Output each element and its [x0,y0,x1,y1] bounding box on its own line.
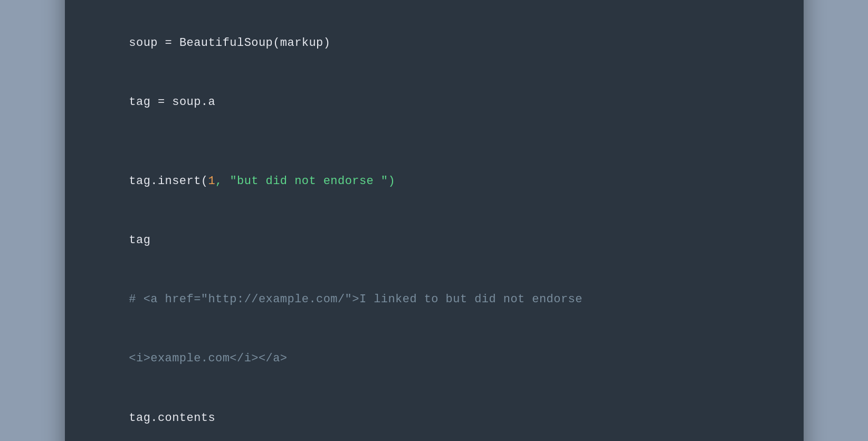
insert-str: , "but did not endorse ") [215,175,395,188]
code-line-2: soup = BeautifulSoup(markup) [86,14,783,73]
tag-insert: tag.insert( [129,175,208,188]
var-soup: soup [129,36,158,50]
code-line-4: tag.insert(1, "but did not endorse ") [86,151,783,210]
code-comment-1b: <i>example.com</i></a> [86,329,783,388]
func-beautifulsoup: BeautifulSoup(markup) [179,36,331,50]
insert-num: 1 [208,175,215,188]
code-line-1: markup = '<a href="http://example.com/">… [86,0,783,14]
code-content: markup = '<a href="http://example.com/">… [86,0,783,441]
val-soup-a: soup.a [172,95,215,109]
tag-var: tag [129,234,150,247]
empty-line-1 [86,132,783,151]
code-line-6: tag.contents [86,388,783,441]
code-comment-1: # <a href="http://example.com/">I linked… [86,270,783,329]
var-tag: tag [129,95,150,109]
tag-contents: tag.contents [129,411,215,425]
code-line-3: tag = soup.a [86,73,783,132]
code-line-5: tag [86,211,783,270]
code-window: markup = '<a href="http://example.com/">… [65,0,804,441]
